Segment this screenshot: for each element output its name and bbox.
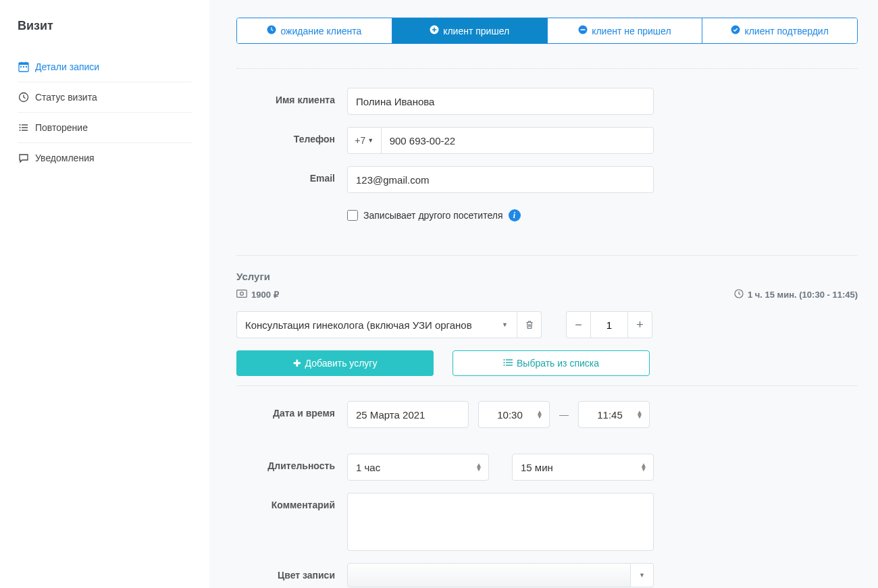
status-tab-label: клиент не пришел	[592, 26, 671, 36]
duration-minutes-select[interactable]	[512, 454, 654, 481]
label-color: Цвет записи	[236, 563, 347, 581]
client-name-input[interactable]	[347, 88, 654, 115]
comment-icon	[18, 153, 30, 163]
services-price: 1900 ₽	[251, 290, 279, 300]
plus-icon: ✚	[293, 358, 301, 369]
phone-code-value: +7	[355, 135, 365, 146]
sidebar-item-repeat[interactable]: Повторение	[18, 113, 192, 143]
divider	[236, 385, 858, 386]
qty-increase-button[interactable]: +	[628, 311, 652, 338]
divider	[236, 255, 858, 256]
date-input[interactable]	[347, 401, 469, 428]
svg-point-22	[503, 359, 505, 360]
sidebar-item-label: Детали записи	[35, 61, 99, 72]
status-tab-waiting[interactable]: ожидание клиента	[237, 18, 392, 43]
phone-input[interactable]	[381, 127, 654, 154]
time-separator: —	[559, 409, 569, 420]
svg-point-9	[20, 127, 21, 128]
sidebar-item-label: Уведомления	[35, 153, 95, 163]
phone-code-select[interactable]: +7 ▼	[347, 127, 381, 154]
pick-from-list-button[interactable]: Выбрать из списка	[453, 350, 650, 376]
list-icon	[18, 122, 30, 133]
add-service-label: Добавить услугу	[305, 358, 378, 369]
comment-textarea[interactable]	[347, 493, 654, 551]
pick-from-list-label: Выбрать из списка	[517, 358, 599, 369]
svg-rect-26	[506, 362, 513, 363]
label-email: Email	[236, 166, 347, 184]
sidebar-item-notifications[interactable]: Уведомления	[18, 143, 192, 173]
svg-rect-4	[20, 66, 22, 68]
time-end-select[interactable]	[578, 401, 650, 428]
svg-point-24	[503, 365, 505, 366]
plus-circle-icon	[430, 25, 439, 36]
check-circle-icon	[731, 25, 740, 36]
email-input[interactable]	[347, 166, 654, 193]
money-icon	[236, 290, 247, 300]
status-tab-label: ожидание клиента	[280, 26, 361, 36]
svg-point-10	[20, 130, 21, 131]
service-name-input[interactable]: Консультация гинеколога (включая УЗИ орг…	[236, 311, 493, 338]
status-tab-noshow[interactable]: клиент не пришел	[548, 18, 703, 43]
other-visitor-label: Записывает другого посетителя	[363, 210, 503, 221]
status-tabs: ожидание клиента клиент пришел клиент не…	[236, 18, 858, 44]
calendar-icon	[18, 61, 30, 72]
label-client-name: Имя клиента	[236, 88, 347, 105]
quantity-stepper: − +	[566, 311, 652, 338]
sidebar-item-label: Статус визита	[35, 92, 97, 103]
svg-rect-19	[237, 290, 247, 298]
label-datetime: Дата и время	[236, 401, 347, 419]
sidebar: Визит Детали записи Статус визита Повтор…	[0, 0, 209, 588]
info-icon[interactable]: i	[509, 209, 521, 221]
spacer	[236, 205, 347, 212]
duration-hours-select[interactable]	[347, 454, 489, 481]
list-icon	[503, 358, 513, 369]
sidebar-title: Визит	[18, 19, 192, 33]
svg-rect-13	[22, 130, 28, 130]
caret-down-icon: ▼	[367, 137, 373, 144]
status-tab-arrived[interactable]: клиент пришел	[392, 18, 548, 43]
label-comment: Комментарий	[236, 493, 347, 510]
svg-rect-5	[23, 66, 24, 68]
time-start-select[interactable]	[478, 401, 550, 428]
svg-rect-3	[26, 62, 26, 64]
svg-point-23	[503, 362, 505, 363]
qty-input[interactable]	[590, 311, 628, 338]
label-duration: Длительность	[236, 454, 347, 471]
svg-rect-2	[21, 62, 22, 64]
main-panel: ожидание клиента клиент пришел клиент не…	[209, 0, 878, 588]
color-swatch[interactable]	[347, 563, 631, 587]
service-select: Консультация гинеколога (включая УЗИ орг…	[236, 311, 542, 338]
sidebar-item-details[interactable]: Детали записи	[18, 52, 192, 82]
qty-decrease-button[interactable]: −	[566, 311, 590, 338]
svg-point-20	[240, 292, 244, 296]
client-section: Имя клиента Телефон +7 ▼ Email	[236, 88, 858, 246]
service-delete-button[interactable]	[517, 311, 542, 338]
service-dropdown-toggle[interactable]: ▼	[493, 311, 517, 338]
status-tab-label: клиент подтвердил	[744, 26, 828, 36]
trash-icon	[525, 320, 534, 329]
other-visitor-checkbox[interactable]	[347, 210, 358, 221]
clock-icon	[734, 289, 744, 300]
add-service-button[interactable]: ✚ Добавить услугу	[236, 350, 434, 376]
svg-point-8	[20, 124, 21, 126]
label-phone: Телефон	[236, 127, 347, 144]
status-tab-confirmed[interactable]: клиент подтвердил	[702, 18, 857, 43]
clock-fill-icon	[267, 25, 276, 36]
svg-rect-11	[22, 124, 28, 125]
color-dropdown-toggle[interactable]: ▼	[631, 563, 654, 587]
svg-rect-6	[26, 66, 27, 68]
divider	[236, 68, 858, 69]
sidebar-item-label: Повторение	[35, 122, 88, 133]
caret-down-icon: ▼	[639, 572, 645, 579]
svg-rect-12	[22, 127, 28, 128]
status-tab-label: клиент пришел	[443, 26, 509, 36]
caret-down-icon: ▼	[502, 321, 508, 328]
svg-rect-1	[19, 63, 28, 65]
svg-rect-27	[506, 365, 513, 365]
svg-rect-25	[506, 359, 513, 360]
services-duration: 1 ч. 15 мин. (10:30 - 11:45)	[748, 290, 858, 300]
clock-icon	[18, 92, 30, 103]
sidebar-item-status[interactable]: Статус визита	[18, 82, 192, 113]
svg-rect-17	[581, 29, 586, 30]
minus-circle-icon	[578, 25, 588, 36]
